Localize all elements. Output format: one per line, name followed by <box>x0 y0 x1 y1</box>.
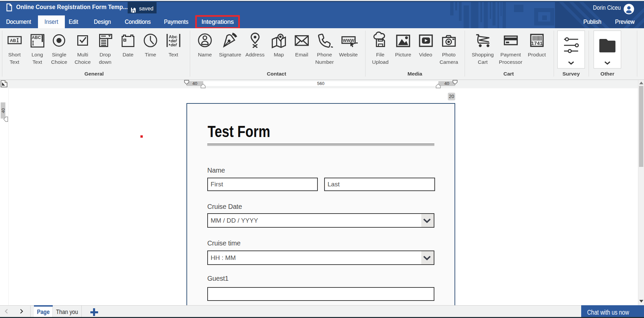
svg-text:WWW: WWW <box>343 38 355 43</box>
svg-text:1741: 1741 <box>531 41 543 46</box>
svg-text:def: def <box>171 43 177 47</box>
svg-text:ABC: ABC <box>32 35 41 40</box>
svg-text:AB: AB <box>10 38 16 43</box>
